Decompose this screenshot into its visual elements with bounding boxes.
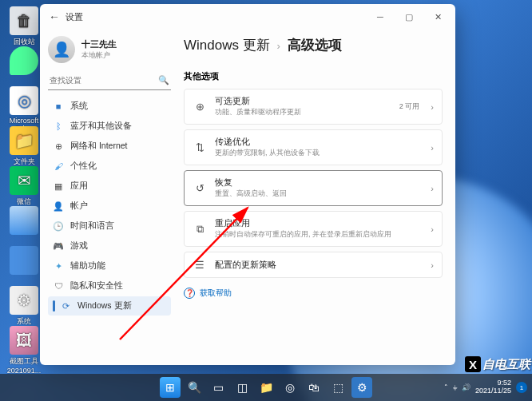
sidebar-item-5[interactable]: 👤帐户 bbox=[48, 197, 171, 216]
desktop-icon-recycle-bin[interactable]: 🗑回收站 bbox=[5, 6, 43, 47]
taskbar-edge-icon[interactable]: ◎ bbox=[280, 377, 300, 398]
option-card-4[interactable]: ☰配置的更新策略› bbox=[184, 252, 443, 278]
taskbar-explorer-icon[interactable]: 📁 bbox=[256, 377, 276, 398]
tray-chevron-icon[interactable]: ˄ bbox=[444, 383, 448, 391]
task-view-button[interactable]: ▭ bbox=[208, 377, 228, 398]
taskbar-store-icon[interactable]: 🛍 bbox=[304, 377, 324, 398]
section-heading: 其他选项 bbox=[184, 70, 443, 82]
help-label: 获取帮助 bbox=[200, 288, 232, 299]
card-subtitle: 更新的带宽限制, 从其他设备下载 bbox=[215, 148, 423, 158]
watermark: X自电互联 bbox=[465, 356, 530, 372]
option-card-0[interactable]: ⊕可选更新功能、质量和驱动程序更新2 可用› bbox=[184, 89, 443, 125]
sidebar-item-1[interactable]: ᛒ蓝牙和其他设备 bbox=[48, 117, 171, 136]
maximize-button[interactable]: ▢ bbox=[395, 6, 423, 28]
card-subtitle: 注销时自动保存可重启的应用, 并在登录后重新启动应用 bbox=[215, 229, 423, 240]
taskbar-settings-icon[interactable]: ⚙ bbox=[351, 377, 372, 398]
nav-icon: 🛡 bbox=[53, 280, 64, 292]
search-input[interactable] bbox=[50, 76, 158, 85]
taskbar-clock[interactable]: 9:52 2021/11/25 bbox=[475, 379, 511, 395]
card-meta: 2 可用 bbox=[399, 101, 420, 112]
nav-icon: ⊕ bbox=[53, 141, 64, 152]
system-tray[interactable]: ˄ ⏚ 🔊 9:52 2021/11/25 1 bbox=[444, 379, 527, 395]
chevron-right-icon: › bbox=[276, 40, 280, 52]
minimize-button[interactable]: ─ bbox=[366, 6, 395, 28]
nav-icon: ⟳ bbox=[60, 300, 71, 312]
card-title: 传递优化 bbox=[215, 137, 423, 148]
taskbar-app-icon[interactable]: ⬚ bbox=[328, 377, 348, 398]
chevron-right-icon: › bbox=[431, 260, 434, 270]
breadcrumb-parent[interactable]: Windows 更新 bbox=[184, 38, 270, 53]
nav-label: Windows 更新 bbox=[77, 300, 132, 312]
user-sub: 本地帐户 bbox=[81, 50, 117, 61]
close-button[interactable]: ✕ bbox=[423, 6, 452, 28]
desktop-icon-app[interactable] bbox=[5, 206, 43, 236]
sidebar-item-10[interactable]: ⟳Windows 更新 bbox=[48, 296, 171, 316]
search-input-wrap[interactable]: 🔍 bbox=[48, 71, 171, 90]
nav-label: 个性化 bbox=[70, 161, 97, 172]
titlebar: ← 设置 ─ ▢ ✕ bbox=[40, 4, 455, 30]
sidebar-item-6[interactable]: 🕒时间和语言 bbox=[48, 216, 171, 236]
chevron-right-icon: › bbox=[431, 224, 434, 234]
sidebar-item-8[interactable]: ✦辅助功能 bbox=[48, 256, 171, 276]
nav-icon: ■ bbox=[53, 101, 64, 112]
chevron-right-icon: › bbox=[431, 184, 434, 193]
card-icon: ☰ bbox=[193, 259, 207, 271]
nav-label: 时间和语言 bbox=[70, 220, 114, 232]
sidebar-item-3[interactable]: 🖌个性化 bbox=[48, 157, 171, 176]
desktop-icon-wechat[interactable]: ✉微信 bbox=[5, 166, 43, 207]
breadcrumb: Windows 更新 › 高级选项 bbox=[184, 36, 443, 54]
option-card-2[interactable]: ↺恢复重置、高级启动、返回› bbox=[184, 170, 443, 206]
main-panel: Windows 更新 › 高级选项 其他选项 ⊕可选更新功能、质量和驱动程序更新… bbox=[176, 30, 455, 365]
nav-label: 网络和 Internet bbox=[70, 141, 128, 152]
widgets-button[interactable]: ◫ bbox=[232, 377, 252, 398]
search-icon: 🔍 bbox=[158, 75, 169, 85]
desktop-icon-system[interactable]: ⚙系统 bbox=[5, 286, 43, 327]
user-profile[interactable]: 👤 十三先生 本地帐户 bbox=[48, 33, 171, 71]
window-title: 设置 bbox=[66, 11, 366, 23]
sidebar-item-0[interactable]: ■系统 bbox=[48, 97, 171, 116]
nav-icon: 🖌 bbox=[53, 161, 64, 172]
sidebar-item-4[interactable]: ▦应用 bbox=[48, 177, 171, 196]
card-title: 恢复 bbox=[215, 177, 423, 189]
user-name: 十三先生 bbox=[81, 38, 117, 50]
back-button[interactable]: ← bbox=[43, 10, 66, 23]
desktop-icon-app[interactable] bbox=[5, 246, 43, 276]
nav-icon: ᛒ bbox=[53, 121, 64, 132]
breadcrumb-current: 高级选项 bbox=[288, 38, 342, 53]
card-icon: ⊕ bbox=[193, 101, 207, 113]
desktop-icon-snip[interactable]: 🖼截图工具 2021091... bbox=[5, 326, 43, 375]
get-help-link[interactable]: ❓ 获取帮助 bbox=[184, 288, 443, 299]
nav-label: 系统 bbox=[70, 101, 88, 112]
nav-label: 帐户 bbox=[70, 200, 88, 212]
card-subtitle: 功能、质量和驱动程序更新 bbox=[215, 107, 391, 117]
nav-label: 游戏 bbox=[70, 240, 88, 252]
nav-icon: 🎮 bbox=[53, 240, 64, 252]
card-title: 重启应用 bbox=[215, 218, 423, 229]
nav-icon: ✦ bbox=[53, 260, 64, 272]
avatar: 👤 bbox=[48, 36, 75, 63]
nav-label: 辅助功能 bbox=[70, 260, 105, 272]
nav-label: 应用 bbox=[70, 181, 88, 192]
start-button[interactable]: ⊞ bbox=[160, 377, 181, 398]
sidebar-item-7[interactable]: 🎮游戏 bbox=[48, 236, 171, 256]
sidebar: 👤 十三先生 本地帐户 🔍 ■系统ᛒ蓝牙和其他设备⊕网络和 Internet🖌个… bbox=[40, 30, 176, 365]
sidebar-item-2[interactable]: ⊕网络和 Internet bbox=[48, 137, 171, 156]
card-subtitle: 重置、高级启动、返回 bbox=[215, 189, 423, 199]
desktop-icon-app[interactable] bbox=[5, 46, 43, 77]
card-title: 配置的更新策略 bbox=[215, 260, 423, 271]
tray-volume-icon[interactable]: 🔊 bbox=[462, 383, 470, 391]
sidebar-item-9[interactable]: 🛡隐私和安全性 bbox=[48, 276, 171, 296]
nav-label: 蓝牙和其他设备 bbox=[70, 121, 132, 132]
notification-icon[interactable]: 1 bbox=[516, 382, 527, 393]
option-card-3[interactable]: ⧉重启应用注销时自动保存可重启的应用, 并在登录后重新启动应用› bbox=[184, 211, 443, 247]
card-icon: ⇅ bbox=[193, 141, 207, 153]
nav-icon: 🕒 bbox=[53, 220, 64, 232]
card-icon: ↺ bbox=[193, 182, 207, 194]
tray-network-icon[interactable]: ⏚ bbox=[453, 383, 457, 391]
chevron-right-icon: › bbox=[431, 102, 434, 112]
nav-label: 隐私和安全性 bbox=[70, 280, 123, 292]
taskbar-search-icon[interactable]: 🔍 bbox=[184, 377, 204, 398]
option-card-1[interactable]: ⇅传递优化更新的带宽限制, 从其他设备下载› bbox=[184, 129, 443, 165]
settings-window: ← 设置 ─ ▢ ✕ 👤 十三先生 本地帐户 🔍 ■系统ᛒ蓝牙和其他设备⊕网络和… bbox=[40, 4, 455, 365]
desktop-icon-folder[interactable]: 📁文件夹 bbox=[5, 126, 43, 167]
